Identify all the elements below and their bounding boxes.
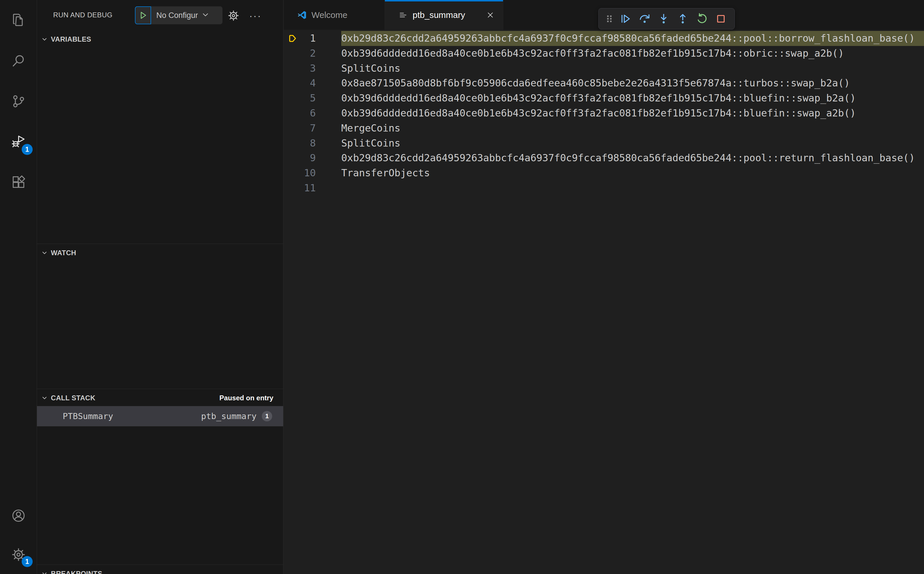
gripper-icon <box>603 13 615 25</box>
extensions-icon <box>11 175 26 189</box>
section-call-stack[interactable]: CALL STACK Paused on entry <box>37 390 283 406</box>
toolbar-drag-handle[interactable] <box>603 10 616 28</box>
settings-badge: 1 <box>22 556 33 567</box>
section-label: WATCH <box>51 249 76 257</box>
line-number: 11 <box>284 181 316 196</box>
code-line[interactable]: 4 0x8ae871505a80d8bf6bf9c05906cda6edfeea… <box>284 76 924 91</box>
tab-close-button[interactable] <box>485 10 496 20</box>
editor-gutter[interactable]: 5 <box>284 91 341 106</box>
chevron-down-icon <box>41 249 48 256</box>
line-content: TransferObjects <box>341 166 924 181</box>
editor-gutter[interactable]: 1 <box>284 31 341 46</box>
step-into-button[interactable] <box>654 10 673 28</box>
sidebar-item-source-control[interactable] <box>0 81 37 121</box>
start-debug-button[interactable] <box>135 6 151 24</box>
line-content: 0xb39d6dddedd16ed8a40ce0b1e6b43c92acf0ff… <box>341 46 924 61</box>
section-divider <box>37 565 283 565</box>
source-control-icon <box>11 94 26 109</box>
line-content: 0xb39d6dddedd16ed8a40ce0b1e6b43c92acf0ff… <box>341 91 924 106</box>
section-label: CALL STACK <box>51 394 95 402</box>
line-content: 0x8ae871505a80d8bf6bf9c05906cda6edfeea46… <box>341 76 924 91</box>
editor-gutter[interactable]: 4 <box>284 76 341 91</box>
code-line[interactable]: 5 0xb39d6dddedd16ed8a40ce0b1e6b43c92acf0… <box>284 91 924 106</box>
restart-icon <box>696 13 708 25</box>
more-actions-button[interactable]: ··· <box>247 8 263 24</box>
sidebar-item-explorer[interactable] <box>0 0 37 41</box>
section-watch[interactable]: WATCH <box>37 245 283 261</box>
debug-pause-status: Paused on entry <box>219 394 273 402</box>
line-number: 7 <box>284 121 316 136</box>
activity-bar-bottom: 1 <box>0 496 37 574</box>
line-number: 9 <box>284 151 316 166</box>
list-file-icon <box>398 10 408 20</box>
line-content <box>341 181 924 196</box>
editor-gutter[interactable]: 8 <box>284 136 341 151</box>
editor-gutter[interactable]: 3 <box>284 61 341 76</box>
section-breakpoints[interactable]: BREAKPOINTS <box>37 566 283 574</box>
line-number: 3 <box>284 61 316 76</box>
editor-area: Welcome ptb_summary <box>284 0 924 574</box>
stop-button[interactable] <box>711 10 730 28</box>
line-content: SplitCoins <box>341 136 924 151</box>
sidebar-item-run-and-debug[interactable]: 1 <box>0 121 37 162</box>
close-icon <box>486 11 494 19</box>
activity-bar: 1 <box>0 0 37 574</box>
code-line[interactable]: 1 0xb29d83c26cdd2a64959263abbcfc4a6937f0… <box>284 31 924 46</box>
account-icon <box>11 508 26 523</box>
frame-name: PTBSummary <box>63 411 113 421</box>
section-divider <box>37 389 283 389</box>
code-line[interactable]: 2 0xb39d6dddedd16ed8a40ce0b1e6b43c92acf0… <box>284 46 924 61</box>
editor-gutter[interactable]: 7 <box>284 121 341 136</box>
code-line[interactable]: 8 SplitCoins <box>284 136 924 151</box>
line-number: 6 <box>284 106 316 121</box>
line-number: 8 <box>284 136 316 151</box>
tab-welcome[interactable]: Welcome <box>284 0 385 30</box>
line-content: 0xb39d6dddedd16ed8a40ce0b1e6b43c92acf0ff… <box>341 106 924 121</box>
line-number: 4 <box>284 76 316 91</box>
call-stack-frame-row[interactable]: PTBSummary ptb_summary 1 <box>37 406 283 426</box>
step-out-button[interactable] <box>673 10 692 28</box>
step-over-button[interactable] <box>635 10 654 28</box>
tab-label: Welcome <box>312 10 347 20</box>
editor-gutter[interactable]: 10 <box>284 166 341 181</box>
code-line[interactable]: 11 <box>284 181 924 196</box>
stop-icon <box>715 13 727 25</box>
tab-ptb-summary[interactable]: ptb_summary <box>385 0 503 30</box>
restart-button[interactable] <box>692 10 711 28</box>
line-content: MergeCoins <box>341 121 924 136</box>
sidebar-item-search[interactable] <box>0 41 37 81</box>
play-icon <box>138 10 148 20</box>
activity-bar-top: 1 <box>0 0 37 202</box>
debug-settings-button[interactable] <box>225 8 242 24</box>
continue-icon <box>619 13 631 25</box>
editor-gutter[interactable]: 9 <box>284 151 341 166</box>
config-dropdown-label[interactable]: No Configur <box>156 11 198 20</box>
editor-gutter[interactable]: 6 <box>284 106 341 121</box>
code-editor[interactable]: 1 0xb29d83c26cdd2a64959263abbcfc4a6937f0… <box>284 30 924 574</box>
code-line[interactable]: 6 0xb39d6dddedd16ed8a40ce0b1e6b43c92acf0… <box>284 106 924 121</box>
run-and-debug-sidebar: RUN AND DEBUG No Configur ··· <box>37 0 283 574</box>
line-number: 10 <box>284 166 316 181</box>
code-line[interactable]: 9 0xb29d83c26cdd2a64959263abbcfc4a6937f0… <box>284 151 924 166</box>
vscode-logo-icon <box>297 10 307 20</box>
code-line[interactable]: 10 TransferObjects <box>284 166 924 181</box>
sidebar-item-extensions[interactable] <box>0 162 37 202</box>
settings-button[interactable]: 1 <box>0 535 37 574</box>
continue-button[interactable] <box>616 10 635 28</box>
accounts-button[interactable] <box>0 496 37 535</box>
files-icon <box>11 13 26 28</box>
line-content: SplitCoins <box>341 61 924 76</box>
tab-label: ptb_summary <box>412 10 465 20</box>
section-variables[interactable]: VARIABLES <box>37 31 283 47</box>
step-over-icon <box>639 13 651 25</box>
search-icon <box>11 53 26 68</box>
debug-badge: 1 <box>22 144 33 155</box>
frame-file: ptb_summary <box>201 411 257 421</box>
editor-gutter[interactable]: 11 <box>284 181 341 196</box>
debug-config-dropdown[interactable]: No Configur <box>135 6 222 24</box>
editor-gutter[interactable]: 2 <box>284 46 341 61</box>
code-line[interactable]: 7 MergeCoins <box>284 121 924 136</box>
code-line[interactable]: 3 SplitCoins <box>284 61 924 76</box>
line-content: 0xb29d83c26cdd2a64959263abbcfc4a6937f0c9… <box>341 151 924 166</box>
sidebar-title: RUN AND DEBUG <box>53 11 112 19</box>
